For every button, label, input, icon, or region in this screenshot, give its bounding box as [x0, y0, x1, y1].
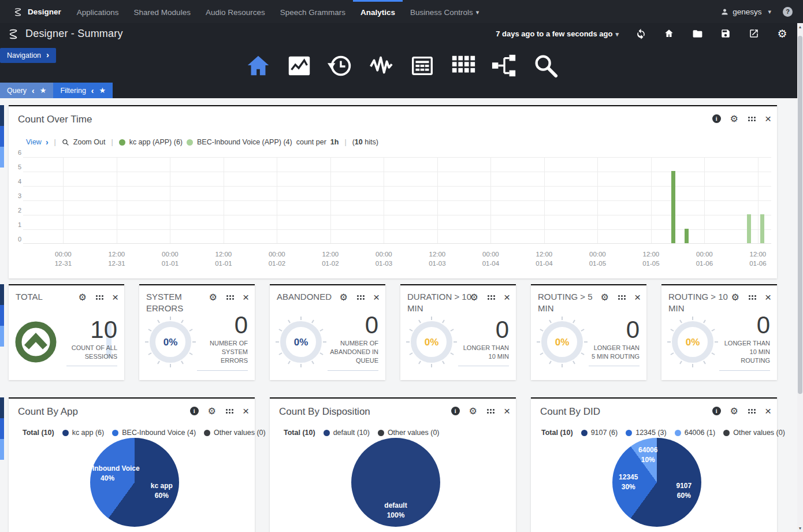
scroll-up-icon[interactable]: [797, 25, 803, 29]
vertical-scrollbar[interactable]: [797, 23, 803, 532]
tab-query[interactable]: Query: [0, 83, 53, 98]
close-icon[interactable]: [504, 293, 510, 302]
close-icon[interactable]: [504, 407, 510, 415]
count-by-did-pie[interactable]: 910760%1234530%6400610%: [612, 438, 701, 527]
info-icon[interactable]: [712, 407, 721, 415]
gear-icon[interactable]: [208, 405, 216, 416]
time-chart-bar[interactable]: [671, 171, 675, 243]
nav-item-business-controls[interactable]: Business Controls: [403, 0, 486, 23]
move-handle-icon[interactable]: [487, 295, 495, 300]
stat-value: 10: [66, 318, 117, 342]
time-chart-bar[interactable]: [685, 229, 689, 243]
tab-filtering[interactable]: Filtering: [53, 83, 113, 98]
designer-brand[interactable]: Designer: [0, 0, 69, 23]
move-handle-icon[interactable]: [748, 116, 756, 121]
close-icon[interactable]: [634, 293, 641, 302]
gear-icon[interactable]: [730, 405, 738, 416]
series-legend-label[interactable]: BEC-Inbound Voice (APP) (4): [197, 138, 292, 146]
reports-chart-icon[interactable]: [285, 52, 313, 80]
panel-title: Count Over Time: [18, 114, 768, 125]
navigation-button[interactable]: Navigation: [0, 48, 56, 63]
flow-tree-icon[interactable]: [490, 52, 518, 80]
gear-icon[interactable]: [601, 292, 609, 303]
close-icon[interactable]: [765, 115, 771, 123]
dashboard-subheader: Navigation: [0, 44, 803, 98]
time-chart-bar[interactable]: [760, 214, 764, 243]
zoom-out-link[interactable]: Zoom Out: [73, 138, 106, 146]
close-icon[interactable]: [765, 407, 771, 415]
gear-icon[interactable]: [730, 113, 738, 124]
history-clock-icon[interactable]: [326, 52, 354, 80]
gear-icon[interactable]: [470, 292, 478, 303]
view-link[interactable]: View: [26, 138, 42, 146]
move-handle-icon[interactable]: [748, 295, 756, 300]
user-menu[interactable]: genesys: [720, 8, 771, 16]
gauge-icon: 0%: [536, 315, 589, 369]
folder-icon[interactable]: [692, 28, 703, 39]
grid-apps-icon[interactable]: [449, 52, 477, 80]
x-tick-label: 12:0001-03: [419, 250, 456, 268]
nav-item-audio-resources[interactable]: Audio Resources: [198, 0, 273, 23]
time-chart-plot[interactable]: [23, 157, 771, 244]
legend-dot: [675, 430, 681, 436]
activity-waveform-icon[interactable]: [367, 52, 395, 80]
pie-slice-label: 1234530%: [619, 473, 638, 492]
gear-icon[interactable]: [340, 292, 348, 303]
star-icon[interactable]: [99, 86, 106, 95]
genesys-logo-icon: [7, 27, 20, 40]
stat-label: NUMBER OF ABANDONED IN QUEUE: [328, 339, 378, 365]
collapse-icon[interactable]: [32, 86, 35, 95]
time-chart-bar[interactable]: [747, 214, 751, 243]
open-in-new-icon[interactable]: [748, 28, 760, 39]
nav-item-analytics[interactable]: Analytics: [353, 0, 403, 23]
close-icon[interactable]: [112, 293, 118, 302]
settings-icon[interactable]: [776, 28, 788, 39]
scrollbar-thumb[interactable]: [798, 36, 802, 394]
save-icon[interactable]: [720, 28, 731, 39]
count-by-disposition-pie[interactable]: default100%: [351, 438, 440, 527]
close-icon[interactable]: [243, 293, 249, 302]
move-handle-icon[interactable]: [748, 408, 756, 414]
close-icon[interactable]: [765, 293, 771, 302]
x-tick-label: 00:0001-06: [686, 250, 723, 268]
stat-label: NUMBER OF SYSTEM ERRORS: [197, 339, 248, 365]
move-handle-icon[interactable]: [618, 295, 626, 300]
home-icon[interactable]: [663, 28, 675, 39]
star-icon[interactable]: [40, 86, 47, 95]
search-icon[interactable]: [531, 52, 559, 80]
count-by-app-pie[interactable]: kc app60%BEC-Inbound Voice40%: [90, 438, 179, 527]
x-tick-label: 12:0012-31: [98, 250, 135, 268]
designer-analytics-page: Designer Applications Shared Modules Aud…: [0, 0, 803, 532]
time-range-picker[interactable]: 7 days ago to a few seconds ago: [496, 29, 619, 38]
table-icon[interactable]: [408, 52, 436, 80]
help-icon[interactable]: [783, 7, 793, 17]
gear-icon[interactable]: [79, 292, 87, 303]
count-by-app-panel: Count By App Total (10) kc app (6) BEC-I…: [9, 397, 255, 532]
gear-icon[interactable]: [731, 292, 739, 303]
nav-item-speech-grammars[interactable]: Speech Grammars: [273, 0, 353, 23]
x-tick-label: 00:0012-31: [44, 250, 81, 268]
legend-dot: [626, 430, 632, 436]
move-handle-icon[interactable]: [226, 295, 234, 300]
close-icon[interactable]: [373, 293, 380, 302]
home-icon[interactable]: [244, 52, 272, 80]
close-icon[interactable]: [243, 407, 249, 415]
x-tick-label: 12:0001-01: [205, 250, 242, 268]
nav-item-applications[interactable]: Applications: [69, 0, 127, 23]
gear-icon[interactable]: [469, 405, 477, 416]
dashboard-content: Count Over Time View Zoom Out kc app (AP…: [0, 98, 803, 532]
scroll-down-icon[interactable]: [797, 526, 803, 530]
info-icon[interactable]: [190, 407, 199, 415]
collapse-icon[interactable]: [91, 86, 94, 95]
move-handle-icon[interactable]: [356, 295, 365, 300]
info-icon[interactable]: [712, 114, 721, 123]
gear-icon[interactable]: [209, 292, 217, 303]
chart-toolbar: View Zoom Out kc app (APP) (6) BEC-Inbou…: [26, 137, 378, 147]
move-handle-icon[interactable]: [486, 408, 495, 414]
move-handle-icon[interactable]: [95, 295, 103, 300]
nav-item-shared-modules[interactable]: Shared Modules: [127, 0, 198, 23]
move-handle-icon[interactable]: [225, 408, 233, 414]
series-legend-label[interactable]: kc app (APP) (6): [129, 138, 183, 146]
refresh-icon[interactable]: [635, 28, 646, 39]
info-icon[interactable]: [451, 407, 460, 415]
